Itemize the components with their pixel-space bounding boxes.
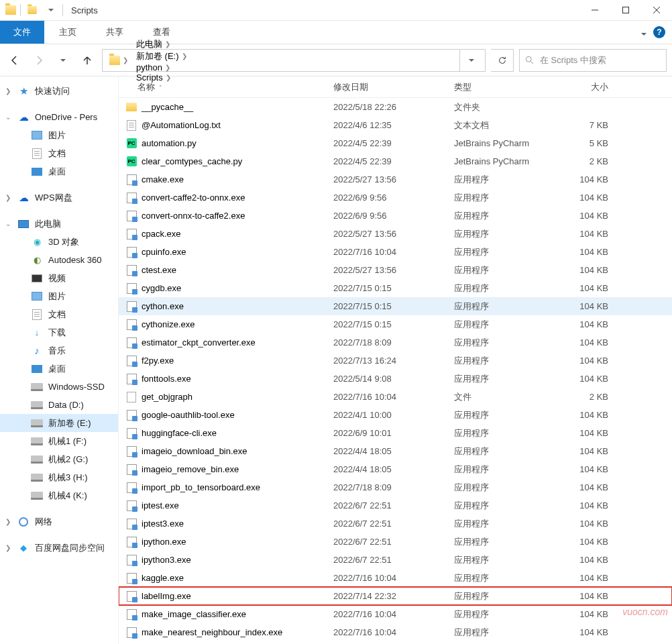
file-date: 2022/7/16 10:04 xyxy=(333,573,454,583)
file-row[interactable]: PCclear_comtypes_cache.py2022/4/5 22:39J… xyxy=(119,152,672,170)
file-row[interactable]: get_objgraph2022/7/16 10:04文件2 KB xyxy=(119,388,672,406)
sidebar-item[interactable]: ❯☁WPS网盘 xyxy=(0,189,118,207)
file-row[interactable]: ipython.exe2022/6/7 22:51应用程序104 KB xyxy=(119,533,672,551)
file-row[interactable]: ipython3.exe2022/6/7 22:51应用程序104 KB xyxy=(119,551,672,569)
file-row[interactable]: make_image_classifier.exe2022/7/16 10:04… xyxy=(119,605,672,623)
sidebar-item[interactable]: ⌄此电脑 xyxy=(0,215,118,233)
qat-dropdown[interactable] xyxy=(44,3,58,17)
sidebar-item[interactable]: 机械3 (H:) xyxy=(0,468,118,486)
sidebar-item[interactable]: 图片 xyxy=(0,126,118,144)
file-row[interactable]: cython.exe2022/7/15 0:15应用程序104 KB xyxy=(119,297,672,315)
exe-icon xyxy=(125,373,137,385)
file-type: 文本文档 xyxy=(454,119,555,131)
file-row[interactable]: cygdb.exe2022/7/15 0:15应用程序104 KB xyxy=(119,279,672,297)
file-row[interactable]: cmake.exe2022/5/27 13:56应用程序104 KB xyxy=(119,170,672,189)
exe-icon xyxy=(125,228,137,240)
minimize-button[interactable] xyxy=(579,0,610,21)
file-row[interactable]: fonttools.exe2022/5/14 9:08应用程序104 KB xyxy=(119,370,672,388)
tab-file[interactable]: 文件 xyxy=(0,21,44,44)
file-row[interactable]: @AutomationLog.txt2022/4/6 12:35文本文档7 KB xyxy=(119,116,672,134)
file-row[interactable]: google-oauthlib-tool.exe2022/4/1 10:00应用… xyxy=(119,406,672,424)
file-row[interactable]: kaggle.exe2022/7/16 10:04应用程序104 KB xyxy=(119,569,672,587)
file-row[interactable]: convert-onnx-to-caffe2.exe2022/6/9 9:56应… xyxy=(119,207,672,225)
cloud-icon: ☁ xyxy=(17,111,30,123)
exe-icon xyxy=(125,590,137,602)
col-name[interactable]: 名称˄ xyxy=(125,81,333,93)
file-date: 2022/6/9 10:01 xyxy=(333,428,454,438)
file-row[interactable]: iptest3.exe2022/6/7 22:51应用程序104 KB xyxy=(119,515,672,533)
sidebar-item[interactable]: ❯★快速访问 xyxy=(0,82,118,100)
file-type: 应用程序 xyxy=(454,464,555,476)
exe-icon xyxy=(125,192,137,204)
file-date: 2022/5/27 13:56 xyxy=(333,229,454,239)
file-row[interactable]: __pycache__2022/5/18 22:26文件夹 xyxy=(119,98,672,116)
back-button[interactable] xyxy=(5,51,24,70)
sidebar-item[interactable]: 机械2 (G:) xyxy=(0,450,118,468)
file-row[interactable]: ctest.exe2022/5/27 13:56应用程序104 KB xyxy=(119,261,672,279)
file-date: 2022/5/18 22:26 xyxy=(333,102,454,112)
qat-button[interactable] xyxy=(25,3,40,17)
file-row[interactable]: estimator_ckpt_converter.exe2022/7/18 8:… xyxy=(119,333,672,352)
sidebar-item[interactable]: ❯网络 xyxy=(0,513,118,531)
file-row[interactable]: import_pb_to_tensorboard.exe2022/7/18 8:… xyxy=(119,478,672,496)
sidebar-item[interactable]: 新加卷 (E:) xyxy=(0,414,118,432)
file-row[interactable]: cpuinfo.exe2022/7/16 10:04应用程序104 KB xyxy=(119,243,672,261)
recent-dropdown[interactable] xyxy=(54,51,72,70)
col-size[interactable]: 大小 xyxy=(555,81,608,93)
tab-home[interactable]: 主页 xyxy=(44,21,91,44)
help-icon[interactable]: ? xyxy=(653,26,665,38)
address-dropdown[interactable] xyxy=(459,50,482,71)
up-button[interactable] xyxy=(78,51,97,70)
drive-icon xyxy=(31,453,43,466)
file-name: cmake.exe xyxy=(142,174,184,184)
sidebar-item[interactable]: 文档 xyxy=(0,144,118,162)
file-size: 104 KB xyxy=(555,537,608,547)
sidebar-item[interactable]: 图片 xyxy=(0,287,118,305)
file-row[interactable]: imageio_download_bin.exe2022/4/4 18:05应用… xyxy=(119,442,672,460)
sidebar-item[interactable]: 文档 xyxy=(0,305,118,323)
file-row[interactable]: f2py.exe2022/7/13 16:24应用程序104 KB xyxy=(119,352,672,370)
sidebar-item[interactable]: 机械1 (F:) xyxy=(0,432,118,450)
sidebar-item[interactable]: 桌面 xyxy=(0,162,118,180)
file-date: 2022/7/16 10:04 xyxy=(333,392,454,402)
sidebar-item[interactable]: ⌄☁OneDrive - Pers xyxy=(0,108,118,126)
file-row[interactable]: convert-caffe2-to-onnx.exe2022/6/9 9:56应… xyxy=(119,189,672,207)
sidebar-item[interactable]: 机械4 (K:) xyxy=(0,486,118,504)
file-row[interactable]: cpack.exe2022/5/27 13:56应用程序104 KB xyxy=(119,225,672,243)
tab-share[interactable]: 共享 xyxy=(91,21,138,44)
file-row[interactable]: make_nearest_neighbour_index.exe2022/7/1… xyxy=(119,623,672,641)
file-row[interactable]: labelImg.exe2022/7/14 22:32应用程序104 KB xyxy=(119,587,672,605)
breadcrumb-item[interactable]: python❯ xyxy=(132,62,191,72)
search-input[interactable]: 在 Scripts 中搜索 xyxy=(519,49,667,72)
sidebar-item[interactable]: ↓下载 xyxy=(0,323,118,341)
col-date[interactable]: 修改日期 xyxy=(333,81,454,93)
col-type[interactable]: 类型 xyxy=(454,81,555,93)
address-bar[interactable]: ❯ 此电脑❯新加卷 (E:)❯python❯Scripts❯ xyxy=(102,49,486,72)
ribbon-collapse-icon[interactable] xyxy=(641,28,647,38)
sidebar-item[interactable]: Data (D:) xyxy=(0,396,118,414)
breadcrumb-item[interactable]: 新加卷 (E:)❯ xyxy=(132,50,191,62)
file-row[interactable]: iptest.exe2022/6/7 22:51应用程序104 KB xyxy=(119,496,672,515)
file-name: ipython.exe xyxy=(142,537,186,547)
sidebar-item[interactable]: 视频 xyxy=(0,269,118,287)
file-row[interactable]: cythonize.exe2022/7/15 0:15应用程序104 KB xyxy=(119,315,672,333)
sidebar-item[interactable]: 桌面 xyxy=(0,360,118,378)
sidebar-item[interactable]: ◐Autodesk 360 xyxy=(0,251,118,269)
document-icon xyxy=(31,148,43,160)
sidebar-item[interactable]: ♪音乐 xyxy=(0,341,118,360)
exe-icon xyxy=(125,210,137,222)
file-size: 104 KB xyxy=(555,519,608,529)
forward-button[interactable] xyxy=(30,51,48,70)
exe-icon xyxy=(125,627,137,639)
file-row[interactable]: PCautomation.py2022/4/5 22:39JetBrains P… xyxy=(119,134,672,152)
sidebar-item[interactable]: ◉3D 对象 xyxy=(0,233,118,251)
refresh-button[interactable] xyxy=(491,49,514,72)
sidebar-item[interactable]: Windows-SSD xyxy=(0,378,118,396)
file-size: 104 KB xyxy=(555,229,608,239)
file-row[interactable]: huggingface-cli.exe2022/6/9 10:01应用程序104… xyxy=(119,424,672,442)
file-row[interactable]: imageio_remove_bin.exe2022/4/4 18:05应用程序… xyxy=(119,460,672,478)
sidebar-item[interactable]: ❯◆百度网盘同步空间 xyxy=(0,539,118,557)
close-button[interactable] xyxy=(641,0,672,21)
maximize-button[interactable] xyxy=(610,0,641,21)
breadcrumb-item[interactable]: 此电脑❯ xyxy=(132,38,191,50)
